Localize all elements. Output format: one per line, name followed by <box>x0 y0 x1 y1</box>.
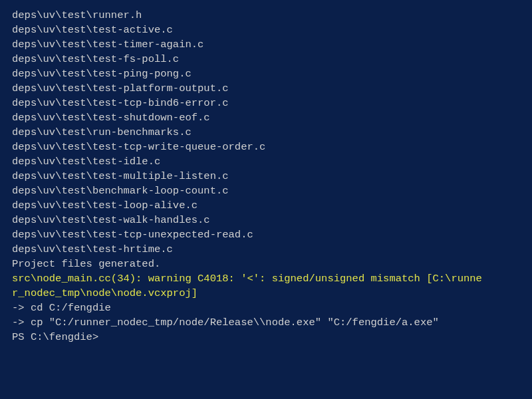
terminal-line: deps\uv\test\test-ping-pong.c <box>12 66 520 81</box>
terminal-line: deps\uv\test\test-hrtime.c <box>12 242 520 257</box>
terminal-line: -> cd C:/fengdie <box>12 301 520 315</box>
terminal-line: deps\uv\test\test-tcp-unexpected-read.c <box>12 227 520 242</box>
terminal-line: Project files generated. <box>12 257 520 271</box>
terminal-line: -> cp "C:/runner_nodec_tmp/node/Release\… <box>12 315 520 330</box>
prompt-line[interactable]: PS C:\fengdie> <box>12 330 520 344</box>
terminal-line: deps\uv\test\test-tcp-bind6-error.c <box>12 96 520 110</box>
terminal-line: deps\uv\test\test-timer-again.c <box>12 37 520 52</box>
terminal-line: deps\uv\test\test-fs-poll.c <box>12 52 520 66</box>
terminal-line: deps\uv\test\test-shutdown-eof.c <box>12 110 520 125</box>
terminal-line: src\node_main.cc(34): warning C4018: '<'… <box>12 271 520 286</box>
powershell-terminal[interactable]: deps\uv\test\runner.hdeps\uv\test\test-a… <box>0 0 532 399</box>
terminal-line: deps\uv\test\test-platform-output.c <box>12 81 520 96</box>
terminal-line: r_nodec_tmp\node\node.vcxproj] <box>12 286 520 301</box>
terminal-line: deps\uv\test\test-walk-handles.c <box>12 213 520 227</box>
prompt-text: PS C:\fengdie> <box>12 331 98 343</box>
terminal-line: deps\uv\test\run-benchmarks.c <box>12 125 520 140</box>
terminal-line: deps\uv\test\runner.h <box>12 8 520 23</box>
terminal-line: deps\uv\test\benchmark-loop-count.c <box>12 184 520 198</box>
terminal-line: deps\uv\test\test-idle.c <box>12 154 520 169</box>
terminal-line: deps\uv\test\test-active.c <box>12 23 520 37</box>
terminal-output: deps\uv\test\runner.hdeps\uv\test\test-a… <box>12 8 520 330</box>
terminal-line: deps\uv\test\test-multiple-listen.c <box>12 169 520 184</box>
terminal-line: deps\uv\test\test-loop-alive.c <box>12 198 520 213</box>
terminal-line: deps\uv\test\test-tcp-write-queue-order.… <box>12 140 520 154</box>
